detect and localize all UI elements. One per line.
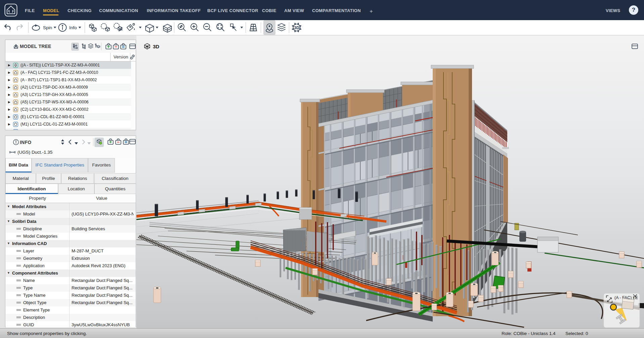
svg-text:3D: 3D [294,26,299,30]
